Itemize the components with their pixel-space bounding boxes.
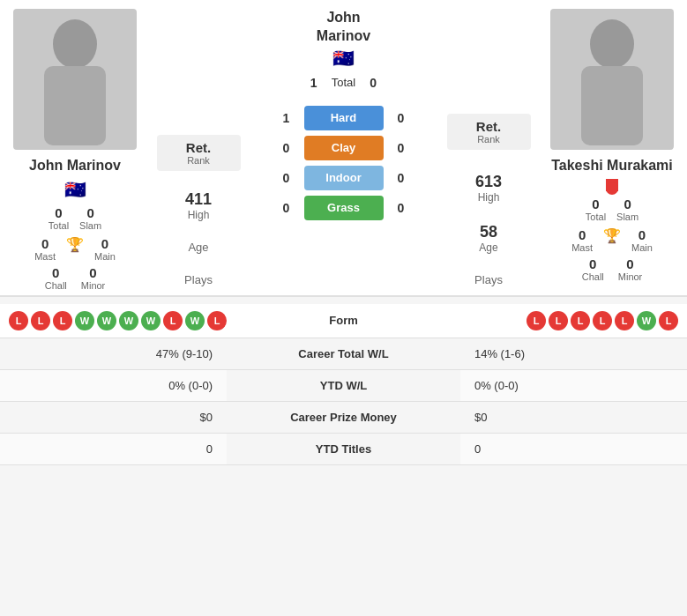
trophy-icon-left: 🏆 bbox=[66, 236, 84, 262]
right-mast-stat: 0 Mast bbox=[571, 227, 593, 253]
left-slam-stat: 0 Slam bbox=[79, 205, 101, 231]
left-minor-stat: 0 Minor bbox=[81, 265, 106, 291]
left-player-stats-mid: 0 Mast 🏆 0 Main bbox=[34, 236, 116, 262]
form-badge-left: L bbox=[163, 311, 183, 330]
right-rank-box: Ret. Rank bbox=[447, 114, 531, 150]
svg-rect-3 bbox=[581, 66, 643, 145]
table-right-val: $0 bbox=[460, 401, 687, 433]
left-stats-block: Ret. Rank 411 High Age Plays bbox=[150, 0, 247, 295]
left-mast-stat: 0 Mast bbox=[34, 236, 56, 262]
indoor-surface-btn[interactable]: Indoor bbox=[304, 166, 384, 190]
form-badge-right: L bbox=[593, 311, 612, 330]
table-left-val: 0 bbox=[0, 433, 227, 464]
form-label: Form bbox=[291, 314, 397, 327]
left-main-stat: 0 Main bbox=[94, 236, 116, 262]
form-badge-right: W bbox=[637, 311, 656, 330]
table-center-label: Career Total W/L bbox=[227, 338, 460, 370]
hard-surface-row: 1 Hard 0 bbox=[251, 106, 436, 130]
form-badge-left: W bbox=[141, 311, 161, 330]
right-slam-stat: 0 Slam bbox=[616, 197, 638, 222]
svg-rect-1 bbox=[44, 66, 106, 145]
form-badge-right: L bbox=[571, 311, 590, 330]
table-row: $0 Career Prize Money $0 bbox=[0, 401, 687, 433]
right-form-badges: LLLLLWL bbox=[397, 311, 679, 330]
grass-surface-btn[interactable]: Grass bbox=[304, 196, 384, 220]
right-stats-block: Ret. Rank 613 High 58 Age Plays bbox=[440, 0, 537, 295]
form-badge-left: L bbox=[9, 311, 28, 330]
right-chall-stat: 0 Chall bbox=[582, 256, 604, 282]
left-player-name: John Marinov bbox=[29, 157, 121, 175]
svg-point-2 bbox=[590, 19, 634, 69]
right-minor-stat: 0 Minor bbox=[618, 256, 643, 282]
center-comparison-area: John Marinov 🇦🇺 1 Total 0 1 Hard 0 0 Cla… bbox=[247, 0, 440, 295]
left-high-block: 411 High bbox=[185, 190, 212, 221]
form-badge-left: W bbox=[119, 311, 138, 330]
hard-surface-btn[interactable]: Hard bbox=[304, 106, 384, 130]
form-badge-right: L bbox=[659, 311, 678, 330]
right-player-avatar bbox=[550, 9, 674, 150]
right-age-block: 58 Age bbox=[479, 223, 497, 254]
right-player-flag-dot bbox=[606, 179, 618, 191]
form-badge-left: W bbox=[75, 311, 94, 330]
table-left-val: 47% (9-10) bbox=[0, 338, 227, 370]
form-badge-left: L bbox=[31, 311, 50, 330]
left-form-badges: LLLWWWWLWL bbox=[9, 311, 291, 330]
surface-comparison-rows: 1 Hard 0 0 Clay 0 0 Indoor 0 0 Grass 0 bbox=[251, 106, 436, 220]
clay-surface-btn[interactable]: Clay bbox=[304, 136, 384, 160]
left-age-block: Age bbox=[188, 241, 208, 254]
left-player-flag: 🇦🇺 bbox=[64, 179, 86, 200]
right-player-area: Takeshi Murakami 0 Total 0 Slam 0 Mast 🏆 bbox=[537, 0, 687, 295]
right-player-stats-mid: 0 Mast 🏆 0 Main bbox=[571, 227, 653, 253]
table-right-val: 14% (1-6) bbox=[460, 338, 687, 370]
clay-surface-row: 0 Clay 0 bbox=[251, 136, 436, 160]
player-comparison-section: John Marinov 🇦🇺 0 Total 0 Slam 0 Mast 🏆 bbox=[0, 0, 687, 297]
right-player-name: Takeshi Murakami bbox=[551, 157, 673, 175]
table-center-label: Career Prize Money bbox=[227, 401, 460, 433]
table-row: 0 YTD Titles 0 bbox=[0, 433, 687, 464]
left-player-area: John Marinov 🇦🇺 0 Total 0 Slam 0 Mast 🏆 bbox=[0, 0, 150, 295]
form-badge-right: L bbox=[526, 311, 546, 330]
left-player-stats-top: 0 Total 0 Slam bbox=[49, 205, 101, 231]
form-badge-right: L bbox=[549, 311, 568, 330]
right-player-stats-bot: 0 Chall 0 Minor bbox=[582, 256, 643, 282]
total-comparison-row: 1 Total 0 bbox=[305, 76, 382, 90]
table-center-label: YTD W/L bbox=[227, 369, 460, 401]
form-badge-right: L bbox=[615, 311, 634, 330]
form-badge-left: L bbox=[207, 311, 227, 330]
right-high-block: 613 High bbox=[475, 173, 502, 204]
right-player-stats-top: 0 Total 0 Slam bbox=[586, 197, 638, 222]
left-flag-center: 🇦🇺 bbox=[332, 48, 355, 69]
form-badge-left: W bbox=[97, 311, 116, 330]
stats-table: 47% (9-10) Career Total W/L 14% (1-6) 0%… bbox=[0, 338, 687, 465]
grass-surface-row: 0 Grass 0 bbox=[251, 196, 436, 220]
table-right-val: 0% (0-0) bbox=[460, 369, 687, 401]
table-right-val: 0 bbox=[460, 433, 687, 464]
svg-point-0 bbox=[53, 19, 97, 69]
form-badge-left: W bbox=[185, 311, 205, 330]
trophy-icon-right: 🏆 bbox=[603, 227, 621, 253]
left-player-stats-bot: 0 Chall 0 Minor bbox=[45, 265, 106, 291]
indoor-surface-row: 0 Indoor 0 bbox=[251, 166, 436, 190]
left-rank-box: Ret. Rank bbox=[157, 135, 241, 171]
left-player-avatar bbox=[13, 9, 137, 150]
left-name-center: John Marinov bbox=[317, 9, 370, 46]
left-chall-stat: 0 Chall bbox=[45, 265, 67, 291]
form-badge-left: L bbox=[53, 311, 72, 330]
left-total-stat: 0 Total bbox=[49, 205, 69, 231]
right-plays-block: Plays bbox=[474, 273, 503, 286]
table-center-label: YTD Titles bbox=[227, 433, 460, 464]
form-section: LLLWWWWLWL Form LLLLLWL bbox=[0, 304, 687, 338]
right-main-stat: 0 Main bbox=[631, 227, 653, 253]
table-left-val: $0 bbox=[0, 401, 227, 433]
table-row: 47% (9-10) Career Total W/L 14% (1-6) bbox=[0, 338, 687, 370]
right-total-stat: 0 Total bbox=[586, 197, 606, 222]
table-left-val: 0% (0-0) bbox=[0, 369, 227, 401]
table-row: 0% (0-0) YTD W/L 0% (0-0) bbox=[0, 369, 687, 401]
left-plays-block: Plays bbox=[184, 273, 213, 286]
